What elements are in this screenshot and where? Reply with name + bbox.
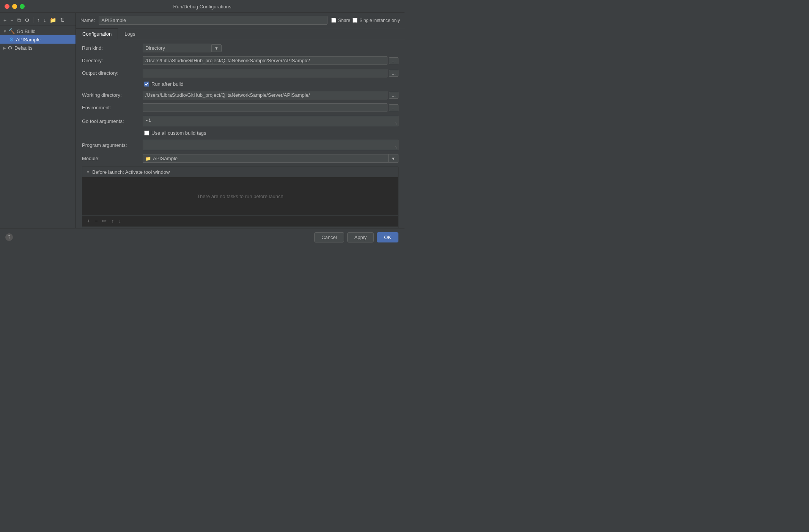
name-label: Name:	[80, 17, 95, 23]
go-tool-arguments-input[interactable]	[143, 116, 398, 126]
sidebar-group-go-build[interactable]: ▼ 🔨 Go Build	[0, 27, 76, 35]
directory-row: Directory: …	[82, 56, 398, 65]
minimize-button[interactable]	[12, 4, 17, 9]
copy-config-button[interactable]: ⧉	[16, 17, 22, 24]
expand-arrow-go-build: ▼	[3, 29, 7, 33]
expand-arrow-defaults: ▶	[3, 46, 6, 50]
defaults-icon: ⚙	[8, 45, 13, 51]
output-directory-input[interactable]	[143, 69, 387, 77]
expand-corner-icon-2: ⤡	[395, 145, 398, 150]
output-directory-row: Output directory: …	[82, 69, 398, 77]
traffic-lights	[5, 4, 25, 9]
tab-bar: Configuration Logs	[76, 28, 404, 39]
environment-row: Environment: …	[82, 103, 398, 112]
before-launch-arrow: ▼	[86, 170, 90, 174]
config-content: Name: Share Single instance only Configu…	[76, 13, 404, 228]
apisample-icon: ⚙	[9, 36, 14, 42]
run-kind-label: Run kind:	[82, 45, 143, 51]
folder-button[interactable]: 📁	[49, 17, 57, 24]
run-after-build-checkbox[interactable]	[144, 82, 149, 87]
program-arguments-label: Program arguments:	[82, 142, 143, 148]
sidebar: + − ⧉ ⚙ ↑ ↓ 📁 ⇅ ▼ 🔨 Go Build ⚙ APISample	[0, 13, 76, 228]
working-directory-row: Working directory: …	[82, 91, 398, 99]
module-label: Module:	[82, 156, 143, 161]
module-folder-icon: 📁	[145, 156, 151, 161]
directory-input[interactable]	[143, 56, 387, 65]
before-launch-header[interactable]: ▼ Before launch: Activate tool window	[82, 167, 398, 177]
go-build-icon: 🔨	[8, 28, 15, 34]
sort-button[interactable]: ⇅	[59, 17, 66, 24]
share-checkbox[interactable]	[331, 18, 336, 23]
program-arguments-control: ⤡	[143, 140, 398, 150]
before-launch-move-down-button[interactable]: ↓	[117, 217, 123, 225]
no-tasks-text: There are no tasks to run before launch	[197, 194, 283, 199]
run-after-build-row: Run after build	[82, 81, 398, 87]
go-tool-arguments-control: ⤡	[143, 116, 398, 126]
sidebar-group-defaults[interactable]: ▶ ⚙ Defaults	[0, 44, 76, 52]
run-kind-row: Run kind: ▼	[82, 44, 398, 52]
settings-button[interactable]: ⚙	[24, 17, 31, 24]
before-launch-remove-button[interactable]: −	[93, 217, 99, 225]
share-wrapper: Share	[331, 18, 350, 23]
single-instance-label: Single instance only	[359, 18, 400, 23]
move-down-button[interactable]: ↓	[42, 17, 47, 24]
before-launch-edit-button[interactable]: ✏	[101, 217, 108, 225]
working-directory-input[interactable]	[143, 91, 387, 99]
working-directory-label: Working directory:	[82, 92, 143, 98]
environment-input[interactable]	[143, 103, 387, 112]
ok-button[interactable]: OK	[377, 232, 398, 242]
sidebar-group-label-go-build: Go Build	[17, 28, 36, 34]
sidebar-item-label-apisample: APISample	[16, 37, 41, 42]
sidebar-item-apisample[interactable]: ⚙ APISample	[0, 35, 76, 44]
output-directory-control: …	[143, 69, 398, 77]
single-instance-checkbox[interactable]	[353, 18, 357, 23]
expand-corner-icon: ⤡	[395, 121, 398, 126]
form-area: Run kind: ▼ Directory: … Outpu	[76, 39, 404, 228]
window-title: Run/Debug Configurations	[173, 4, 231, 9]
move-up-button[interactable]: ↑	[36, 17, 41, 24]
tab-logs[interactable]: Logs	[118, 28, 142, 39]
environment-label: Environment:	[82, 105, 143, 110]
directory-browse-button[interactable]: …	[389, 57, 398, 64]
before-launch-move-up-button[interactable]: ↑	[110, 217, 115, 225]
go-tool-arguments-row: Go tool arguments: ⤡	[82, 116, 398, 126]
environment-browse-button[interactable]: …	[389, 104, 398, 111]
toolbar-separator	[33, 17, 33, 23]
add-config-button[interactable]: +	[2, 17, 8, 24]
program-arguments-row: Program arguments: ⤡	[82, 140, 398, 150]
directory-control: …	[143, 56, 398, 65]
output-directory-label: Output directory:	[82, 70, 143, 76]
program-arguments-input[interactable]	[143, 140, 398, 150]
module-dropdown-button[interactable]: ▼	[388, 154, 398, 163]
use-custom-tags-checkbox[interactable]	[144, 131, 149, 135]
directory-label: Directory:	[82, 58, 143, 63]
bottom-bar: Cancel Apply OK	[0, 228, 404, 246]
run-after-build-label: Run after build	[151, 81, 184, 87]
before-launch-content: There are no tasks to run before launch	[82, 177, 398, 215]
module-control: 📁 APISample ▼	[143, 154, 398, 163]
close-button[interactable]	[5, 4, 9, 9]
before-launch-section: ▼ Before launch: Activate tool window Th…	[82, 167, 398, 228]
help-button[interactable]: ?	[5, 233, 13, 241]
bottom-area: ? Cancel Apply OK	[0, 228, 404, 246]
tab-configuration[interactable]: Configuration	[76, 28, 118, 39]
name-input[interactable]	[99, 16, 327, 25]
maximize-button[interactable]	[20, 4, 25, 9]
use-custom-tags-row: Use all custom build tags	[82, 130, 398, 136]
output-directory-browse-button[interactable]: …	[389, 70, 398, 77]
run-kind-dropdown-button[interactable]: ▼	[211, 44, 222, 52]
before-launch-add-button[interactable]: +	[85, 217, 91, 225]
apply-button[interactable]: Apply	[347, 232, 374, 242]
share-label: Share	[338, 18, 350, 23]
before-launch-title: Before launch: Activate tool window	[92, 169, 170, 175]
run-kind-input[interactable]	[143, 44, 211, 52]
cancel-button[interactable]: Cancel	[314, 232, 344, 242]
use-custom-tags-label: Use all custom build tags	[151, 130, 206, 136]
environment-control: …	[143, 103, 398, 112]
module-value: APISample	[153, 156, 178, 161]
go-tool-arguments-label: Go tool arguments:	[82, 118, 143, 124]
single-instance-wrapper: Single instance only	[353, 18, 400, 23]
working-directory-control: …	[143, 91, 398, 99]
remove-config-button[interactable]: −	[9, 17, 14, 24]
working-directory-browse-button[interactable]: …	[389, 92, 398, 99]
